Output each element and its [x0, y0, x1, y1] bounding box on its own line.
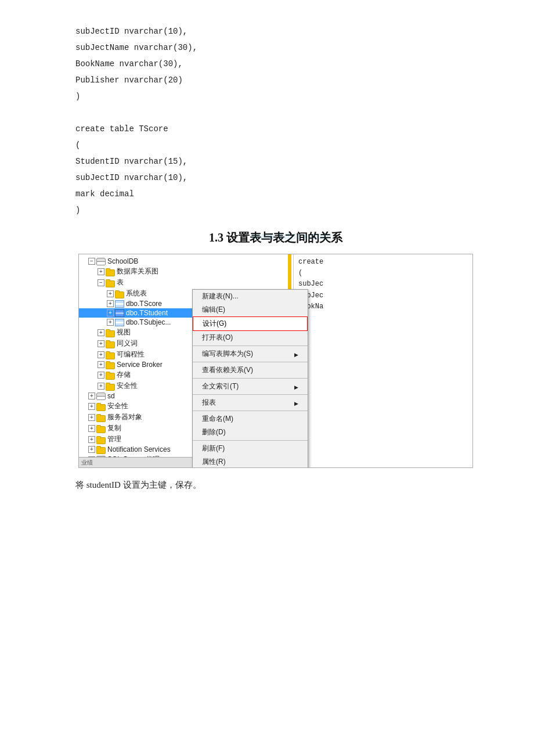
code-line-1: subJectID nvarchar(10), — [75, 23, 476, 39]
editor-line-5: BookNa — [298, 301, 468, 312]
db-icon-sd — [96, 393, 106, 400]
context-menu-design[interactable]: 设计(G) — [193, 316, 308, 331]
tree-label: 复制 — [107, 423, 121, 433]
code-line-6 — [75, 105, 476, 121]
context-menu-edit[interactable]: 编辑(E) — [193, 303, 308, 316]
section-title: 1.3 设置表与表之间的关系 www.bdpcx.com — [75, 230, 476, 246]
folder-icon — [106, 279, 115, 286]
context-menu-rename[interactable]: 重命名(M) — [193, 412, 308, 426]
tree-label: dbo.TSubjec... — [126, 318, 171, 326]
tree-label: 同义词 — [117, 339, 138, 348]
expander-schooldb[interactable] — [88, 258, 95, 265]
tree-item-schooldb[interactable]: SchoolDB — [79, 257, 293, 266]
arrow-reports — [294, 399, 298, 407]
folder-icon — [96, 436, 106, 443]
editor-line-3: subJec — [298, 279, 468, 290]
context-menu-delete[interactable]: 删除(D) — [193, 426, 308, 439]
expander-tables[interactable] — [98, 279, 104, 286]
code-line-2: subJectName nvarchar(30), — [75, 39, 476, 56]
expander-sd[interactable] — [88, 393, 95, 399]
tree-label: 安全性 — [117, 381, 138, 391]
expander-storage[interactable] — [98, 372, 104, 379]
context-menu-new-table[interactable]: 新建表(N)... — [193, 290, 308, 303]
expander-dbdiagram[interactable] — [98, 268, 104, 275]
db-icon — [96, 258, 106, 265]
tree-label-servicebroker: Service Broker — [117, 361, 163, 369]
expander-views[interactable] — [98, 329, 104, 336]
folder-icon — [96, 446, 106, 453]
code-line-3: BookName nvarchar(30), — [75, 56, 476, 72]
bottom-bar-text: 业绩 — [81, 459, 93, 466]
tree-label: dbo.TScore — [126, 300, 162, 308]
code-line-5: ) — [75, 88, 476, 105]
tree-label: dbo.TStudent — [126, 309, 168, 317]
folder-icon — [106, 383, 115, 390]
context-menu-reports[interactable]: 报表 — [193, 396, 308, 409]
expander-serverobj[interactable] — [88, 414, 95, 421]
code-line-4: Publisher nvarchar(20) — [75, 72, 476, 88]
table-icon — [115, 300, 124, 308]
code-block-top: subJectID nvarchar(10), subJectName nvar… — [75, 23, 476, 218]
tree-label: 视图 — [117, 327, 131, 337]
code-line-10: subJectID nvarchar(10), — [75, 170, 476, 186]
separator-3 — [193, 378, 308, 379]
tree-label: sd — [107, 392, 115, 400]
context-menu-open-table[interactable]: 打开表(O) — [193, 331, 308, 344]
expander-tsubject[interactable] — [107, 319, 114, 326]
context-menu-dependencies[interactable]: 查看依赖关系(V) — [193, 363, 308, 377]
folder-icon — [115, 290, 124, 297]
separator-2 — [193, 362, 308, 362]
page-content: subJectID nvarchar(10), subJectName nvar… — [0, 0, 534, 516]
expander-notification[interactable] — [88, 446, 95, 453]
bottom-text: 将 studentID 设置为主键，保存。 — [75, 477, 476, 493]
tree-label: 安全性 — [107, 401, 128, 411]
folder-icon — [106, 351, 115, 358]
tree-label: 服务器对象 — [107, 412, 142, 422]
tree-item-dbdiagram[interactable]: 数据库关系图 — [79, 266, 293, 277]
expander-security-root[interactable] — [88, 403, 95, 410]
editor-line-2: ( — [298, 268, 468, 279]
expander-prog[interactable] — [98, 351, 104, 358]
expander-tstudent[interactable] — [107, 309, 114, 316]
folder-icon — [96, 414, 106, 421]
separator-4 — [193, 394, 308, 395]
expander-systables[interactable] — [107, 290, 114, 297]
expander-tscore[interactable] — [107, 300, 114, 307]
code-line-7: create table TScore — [75, 121, 476, 137]
arrow-fulltext — [294, 383, 298, 391]
code-line-12: ) — [75, 202, 476, 218]
context-menu-properties[interactable]: 属性(R) — [193, 455, 308, 468]
context-menu: 新建表(N)... 编辑(E) 设计(G) 打开表(O) 编写表脚本为(S) 查… — [192, 289, 308, 468]
folder-icon — [106, 361, 115, 368]
code-line-8: ( — [75, 137, 476, 153]
expander-replication[interactable] — [88, 425, 95, 432]
arrow-script — [294, 350, 298, 358]
folder-icon — [106, 340, 115, 347]
table-icon — [115, 319, 124, 326]
tree-label: 存储 — [117, 370, 131, 380]
folder-icon — [106, 329, 115, 336]
expander-sb[interactable] — [98, 361, 104, 368]
context-menu-script[interactable]: 编写表脚本为(S) — [193, 347, 308, 361]
code-line-11: mark decimal — [75, 186, 476, 202]
folder-icon — [96, 425, 106, 432]
folder-icon — [106, 268, 115, 275]
expander-management[interactable] — [88, 436, 95, 443]
tree-label: 管理 — [107, 434, 121, 444]
editor-line-1: create — [298, 257, 468, 268]
folder-icon — [96, 403, 106, 410]
tree-label: 可编程性 — [117, 350, 145, 359]
ssms-screenshot: SchoolDB 数据库关系图 表 系统表 — [78, 254, 473, 468]
expander-synonyms[interactable] — [98, 340, 104, 347]
folder-icon — [106, 372, 115, 379]
tree-item-tables[interactable]: 表 — [79, 277, 293, 288]
table-icon-tstudent — [115, 309, 124, 317]
tree-label: SchoolDB — [107, 257, 138, 265]
tree-label: 表 — [117, 278, 124, 287]
tree-label: 系统表 — [126, 289, 147, 298]
expander-security-db[interactable] — [98, 383, 104, 390]
context-menu-fulltext[interactable]: 全文索引(T) — [193, 380, 308, 393]
separator-6 — [193, 440, 308, 441]
editor-panel: create ( subJec subJec BookNa — [294, 254, 472, 467]
context-menu-refresh[interactable]: 刷新(F) — [193, 442, 308, 455]
